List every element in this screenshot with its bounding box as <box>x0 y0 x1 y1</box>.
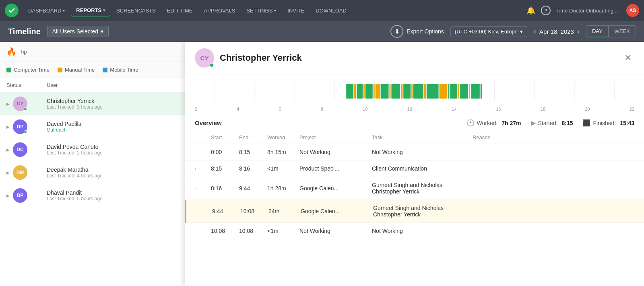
mobile-time-dot <box>103 68 107 72</box>
user-sub: Last Tracked: 3 hours ago <box>47 104 103 110</box>
user-cell: Daved Padilla Outreach <box>47 121 178 133</box>
reason-col-header: Reason <box>473 134 634 140</box>
user-selector[interactable]: All Users Selected ▾ <box>47 26 109 37</box>
svg-rect-27 <box>440 84 448 99</box>
timezone-selector[interactable]: (UTC +03:00) Kiev, Europe ▾ <box>450 26 527 37</box>
fire-icon: 🔥 <box>6 47 17 57</box>
online-indicator <box>24 130 27 134</box>
svg-rect-29 <box>450 84 457 99</box>
row-expand-icon[interactable]: › <box>195 166 211 171</box>
overview-label: Overview <box>195 119 457 126</box>
main-layout: 🔥 Tip Computer Time Manual Time Mobile T… <box>0 42 644 286</box>
week-view-button[interactable]: WEEK <box>609 25 636 37</box>
nav-invite[interactable]: INVITE <box>283 5 309 16</box>
task-col-header: Task <box>372 134 473 140</box>
day-view-button[interactable]: DAY <box>586 25 609 37</box>
svg-rect-32 <box>469 84 470 99</box>
nav-screencasts[interactable]: SCREENCASTS <box>111 5 161 16</box>
dashboard-chevron-icon: ▾ <box>63 8 65 13</box>
stop-icon: ⬛ <box>582 119 590 127</box>
page-title: Timeline <box>8 27 41 36</box>
online-indicator <box>24 107 27 111</box>
svg-rect-14 <box>363 84 365 99</box>
left-panel: 🔥 Tip Computer Time Manual Time Mobile T… <box>0 42 185 286</box>
status-cell: ▶ DP <box>6 188 47 203</box>
timeline-svg <box>195 81 634 105</box>
avatar: DC <box>13 142 27 157</box>
legend-mobile-time: Mobile Time <box>103 67 138 73</box>
svg-rect-24 <box>413 84 423 99</box>
chart-area <box>195 81 634 105</box>
status-cell: ▶ CY <box>6 97 47 111</box>
svg-rect-31 <box>460 84 468 99</box>
row-expand-icon: ▶ <box>6 148 10 152</box>
timezone-chevron-icon: ▾ <box>520 29 523 35</box>
export-icon: ⬇ <box>390 25 403 38</box>
svg-rect-11 <box>346 84 353 99</box>
user-row[interactable]: ▶ DM Deepak Maratha Last Tracked: 4 hour… <box>0 161 185 184</box>
detail-row: 0:00 8:15 8h 15m Not Working Not Working <box>185 144 644 160</box>
svg-rect-19 <box>389 84 390 99</box>
svg-rect-28 <box>448 84 449 99</box>
user-name: Dhaval Pandit <box>47 189 103 196</box>
svg-rect-23 <box>411 84 413 99</box>
computer-time-dot <box>6 68 11 72</box>
next-date-button[interactable]: › <box>577 27 580 36</box>
svg-rect-12 <box>354 84 356 99</box>
status-col-header: Status <box>6 82 47 88</box>
svg-rect-34 <box>481 84 482 99</box>
nav-edit-time[interactable]: EDIT TIME <box>162 5 198 16</box>
user-info: Dhaval Pandit Last Tracked: 5 hours ago <box>47 189 103 202</box>
worked-stat: 🕐 Worked: 7h 27m <box>466 119 521 127</box>
user-col-header: User <box>47 82 178 88</box>
user-rows: ▶ CY Christopher Yerrick Last Tracked: 3… <box>0 93 185 286</box>
nav-reports[interactable]: REPORTS ▾ <box>71 5 110 16</box>
view-toggle: DAY WEEK <box>586 25 636 37</box>
notification-icon[interactable]: 🔔 <box>526 6 535 15</box>
user-avatar[interactable]: AS <box>626 4 639 17</box>
user-info: David Povoa Canuto Last Tracked: 2 hours… <box>47 144 103 156</box>
close-button[interactable]: ✕ <box>621 51 634 64</box>
legend-bar: Computer Time Manual Time Mobile Time <box>0 62 185 78</box>
export-button[interactable]: ⬇ Export Options <box>390 25 444 38</box>
user-name: David Povoa Canuto <box>47 144 103 150</box>
start-col-header: Start <box>211 134 239 140</box>
avatar: DM <box>13 165 27 180</box>
status-cell: ▶ DM <box>6 165 47 180</box>
user-cell: Christopher Yerrick Last Tracked: 3 hour… <box>47 98 178 110</box>
user-row[interactable]: ▶ CY Christopher Yerrick Last Tracked: 3… <box>0 93 185 115</box>
play-icon: ▶ <box>531 119 536 127</box>
user-cell: David Povoa Canuto Last Tracked: 2 hours… <box>47 144 178 156</box>
org-name: Time Doctor Onboarding Tea... <box>556 8 621 14</box>
nav-settings[interactable]: SETTINGS ▾ <box>242 5 281 16</box>
svg-rect-13 <box>357 84 363 99</box>
user-info: Daved Padilla Outreach <box>47 121 81 133</box>
help-icon[interactable]: ? <box>541 6 551 15</box>
detail-avatar: CY <box>195 48 214 68</box>
project-col-header: Project <box>299 134 372 140</box>
overview-row: Overview 🕐 Worked: 7h 27m ▶ Started: 8:1… <box>185 115 644 131</box>
worked-col-header: Worked <box>267 134 299 140</box>
status-cell: ▶ DP <box>6 119 47 134</box>
avatar: DP <box>13 119 27 134</box>
logo[interactable] <box>5 4 19 17</box>
detail-user-name: Christopher Yerrick <box>220 53 616 63</box>
nav-download[interactable]: DOWNLOAD <box>311 5 351 16</box>
date-navigation: ‹ Apr 18, 2023 › <box>534 27 580 36</box>
prev-date-button[interactable]: ‹ <box>534 27 536 36</box>
user-sub: Last Tracked: 2 hours ago <box>47 150 103 156</box>
nav-approvals[interactable]: APPROVALS <box>199 5 240 16</box>
user-row[interactable]: ▶ DP Dhaval Pandit Last Tracked: 5 hours… <box>0 184 185 207</box>
svg-rect-16 <box>374 84 375 99</box>
online-indicator <box>210 63 214 67</box>
user-row[interactable]: ▶ DP Daved Padilla Outreach <box>0 115 185 138</box>
user-row[interactable]: ▶ DC David Povoa Canuto Last Tracked: 2 … <box>0 138 185 161</box>
nav-dashboard[interactable]: DASHBOARD ▾ <box>23 5 70 16</box>
svg-rect-18 <box>381 84 389 99</box>
current-date: Apr 18, 2023 <box>539 28 574 35</box>
svg-rect-30 <box>458 84 459 99</box>
user-name: Daved Padilla <box>47 121 81 127</box>
row-expand-icon[interactable]: › <box>195 186 211 191</box>
user-cell: Dhaval Pandit Last Tracked: 5 hours ago <box>47 189 178 202</box>
svg-rect-22 <box>403 84 411 99</box>
